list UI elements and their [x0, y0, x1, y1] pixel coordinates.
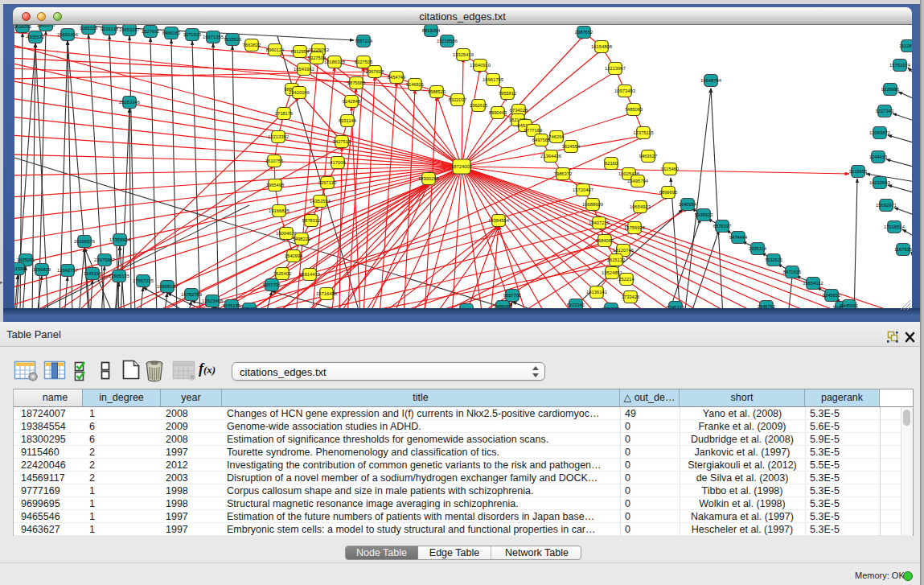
svg-text:7625402: 7625402 [273, 271, 292, 276]
svg-text:9146821: 9146821 [406, 82, 425, 87]
svg-text:9227343: 9227343 [876, 109, 894, 113]
svg-text:7986372: 7986372 [554, 171, 573, 176]
svg-text:19166825: 19166825 [269, 208, 290, 213]
svg-text:16004676: 16004676 [276, 231, 297, 236]
svg-text:8322037: 8322037 [449, 97, 467, 102]
svg-text:19384554: 19384554 [488, 218, 510, 223]
svg-text:12905135: 12905135 [109, 274, 129, 278]
svg-text:3215955: 3215955 [849, 169, 868, 174]
svg-text:8912954: 8912954 [291, 49, 310, 54]
svg-text:20206576: 20206576 [74, 239, 95, 244]
svg-text:13524851: 13524851 [602, 270, 622, 275]
svg-text:1610755: 1610755 [265, 159, 284, 163]
svg-text:18300295: 18300295 [418, 176, 439, 181]
svg-text:10958107: 10958107 [157, 284, 178, 289]
svg-text:23420046: 23420046 [289, 90, 310, 95]
svg-text:1615132: 1615132 [607, 257, 626, 262]
svg-text:8960124: 8960124 [266, 47, 285, 52]
svg-text:9463627: 9463627 [639, 154, 658, 159]
svg-text:6497568: 6497568 [532, 138, 551, 142]
svg-text:1540994: 1540994 [285, 253, 303, 258]
svg-text:7955812: 7955812 [499, 91, 517, 96]
svg-text:62160: 62160 [605, 161, 618, 166]
svg-text:16671355: 16671355 [203, 35, 224, 39]
svg-text:7632621: 7632621 [765, 257, 783, 262]
svg-text:6899695: 6899695 [659, 190, 678, 195]
svg-text:14353594: 14353594 [310, 199, 331, 204]
svg-text:10973493: 10973493 [614, 89, 635, 93]
svg-text:16543362: 16543362 [294, 67, 314, 72]
svg-text:9427512: 9427512 [333, 139, 351, 144]
svg-text:23975887: 23975887 [94, 257, 115, 262]
svg-text:16154808: 16154808 [591, 44, 612, 49]
svg-text:16120746: 16120746 [613, 248, 634, 253]
svg-text:25053346: 25053346 [119, 100, 140, 105]
svg-text:8031144: 8031144 [339, 118, 357, 123]
svg-text:5938923: 5938923 [695, 212, 713, 217]
svg-text:8466160: 8466160 [162, 31, 181, 35]
svg-text:1588520: 1588520 [428, 89, 446, 94]
svg-text:17016514: 17016514 [884, 225, 906, 229]
svg-text:5498222: 5498222 [293, 237, 311, 241]
svg-text:9329996: 9329996 [881, 87, 900, 92]
svg-text:18724007: 18724007 [451, 164, 472, 169]
svg-text:1905576: 1905576 [37, 25, 55, 27]
svg-text:8471626: 8471626 [783, 270, 802, 274]
svg-text:12923468: 12923468 [202, 299, 223, 303]
svg-text:1112845: 1112845 [899, 43, 912, 48]
svg-text:13495794: 13495794 [627, 179, 649, 183]
svg-text:21364436: 21364436 [540, 154, 561, 159]
svg-text:16782759: 16782759 [181, 292, 202, 297]
svg-text:6223341: 6223341 [567, 303, 585, 307]
svg-text:12375115: 12375115 [633, 130, 653, 135]
svg-text:20691406: 20691406 [57, 32, 78, 37]
svg-text:18407219: 18407219 [589, 220, 610, 225]
svg-text:9657791: 9657791 [503, 293, 522, 298]
svg-text:5878312: 5878312 [302, 218, 321, 223]
svg-text:16914479: 16914479 [299, 272, 320, 277]
svg-text:1640954: 1640954 [679, 202, 697, 207]
svg-text:7515526: 7515526 [224, 37, 242, 42]
svg-text:10688609: 10688609 [582, 202, 603, 207]
svg-text:12942757: 12942757 [57, 268, 78, 273]
svg-text:1065328: 1065328 [80, 26, 98, 31]
svg-text:12213967: 12213967 [605, 66, 626, 71]
svg-text:252214: 252214 [618, 277, 634, 282]
svg-text:1156829: 1156829 [33, 267, 51, 272]
svg-text:1935061: 1935061 [17, 257, 35, 262]
svg-text:8454749: 8454749 [388, 75, 406, 80]
svg-text:12093872: 12093872 [869, 130, 890, 135]
svg-text:391594: 391594 [14, 266, 26, 271]
svg-text:9242848: 9242848 [343, 99, 361, 104]
svg-text:19218586: 19218586 [437, 39, 458, 43]
svg-text:7857224: 7857224 [355, 39, 373, 43]
svg-text:9319138: 9319138 [101, 27, 119, 31]
svg-text:9657791: 9657791 [263, 282, 281, 287]
svg-text:15756928: 15756928 [624, 225, 645, 230]
svg-text:2616051: 2616051 [14, 25, 31, 29]
svg-text:3267130: 3267130 [318, 180, 337, 185]
svg-text:3875685: 3875685 [347, 80, 366, 85]
svg-text:1362615: 1362615 [470, 103, 488, 108]
svg-text:9474444: 9474444 [729, 235, 748, 240]
svg-text:15720407: 15720407 [573, 187, 593, 192]
svg-text:10653287: 10653287 [119, 27, 140, 32]
svg-text:9245652: 9245652 [823, 293, 841, 298]
svg-text:417006: 417006 [330, 160, 345, 165]
svg-text:17957225: 17957225 [133, 278, 154, 283]
svg-text:1071915: 1071915 [183, 32, 202, 37]
svg-text:9115460: 9115460 [661, 167, 679, 171]
svg-text:2087652: 2087652 [575, 30, 593, 35]
svg-text:10654112: 10654112 [803, 281, 823, 286]
svg-text:18186328: 18186328 [324, 60, 345, 64]
svg-text:2935114: 2935114 [749, 246, 767, 251]
svg-text:1145194: 1145194 [84, 271, 102, 276]
svg-text:2718176: 2718176 [275, 111, 294, 116]
svg-text:9684067: 9684067 [596, 238, 614, 243]
svg-text:1527602: 1527602 [142, 29, 160, 34]
svg-text:2967608: 2967608 [366, 69, 384, 74]
svg-text:9327505: 9327505 [355, 60, 373, 64]
svg-text:1167535: 1167535 [894, 247, 912, 252]
svg-text:1965498: 1965498 [266, 183, 285, 187]
svg-text:17359924: 17359924 [109, 237, 131, 242]
